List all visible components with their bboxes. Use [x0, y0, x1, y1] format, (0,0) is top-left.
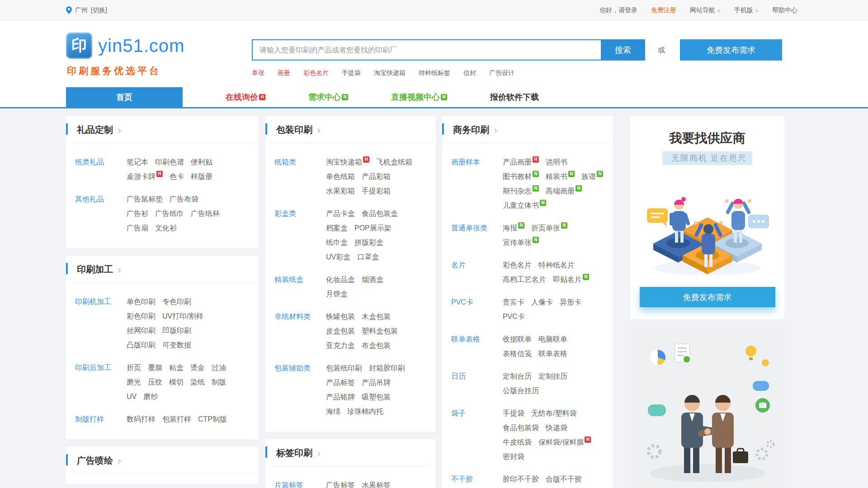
- product-link[interactable]: 族谱N: [581, 173, 603, 180]
- product-link[interactable]: UV彩盒: [326, 253, 350, 261]
- hot-keyword[interactable]: 单张: [252, 69, 264, 77]
- product-link[interactable]: 样版册: [191, 173, 212, 180]
- product-link[interactable]: 磨纱: [143, 393, 158, 400]
- nav-item-需求中心[interactable]: 需求中心N: [308, 87, 348, 107]
- product-link[interactable]: 制版: [212, 378, 226, 386]
- product-link[interactable]: 广告纸杯: [191, 210, 220, 217]
- hot-keyword[interactable]: 彩色名片: [303, 69, 329, 77]
- product-link[interactable]: 单色纸箱: [326, 173, 355, 180]
- product-link[interactable]: 特种纸名片: [538, 261, 575, 269]
- mobile-version-link[interactable]: 手机版∨: [734, 6, 759, 14]
- nav-tab-home[interactable]: 首页: [66, 87, 183, 107]
- product-link[interactable]: 食品包装盒: [362, 210, 398, 217]
- product-link[interactable]: 产品卡盒: [326, 210, 355, 217]
- product-link[interactable]: 压纹: [148, 378, 162, 386]
- login-link[interactable]: 你好，请登录: [599, 6, 637, 14]
- section-title-row[interactable]: 礼品定制›: [66, 116, 259, 143]
- product-link[interactable]: 档案盒: [326, 224, 348, 232]
- product-link[interactable]: 广告扇: [127, 224, 148, 232]
- product-link[interactable]: 人像卡: [531, 298, 553, 306]
- category-label[interactable]: 非纸材料类: [274, 310, 326, 353]
- product-link[interactable]: 封箱胶印刷: [369, 364, 405, 372]
- product-link[interactable]: 飞机盒纸箱: [376, 158, 412, 166]
- publish-demand-button[interactable]: 免费发布需求: [680, 39, 782, 61]
- product-link[interactable]: 凸版印刷: [127, 341, 156, 349]
- product-link[interactable]: 即贴名片N: [553, 276, 589, 283]
- category-label[interactable]: 包装辅助类: [274, 361, 326, 419]
- product-link[interactable]: 水果彩箱: [326, 187, 355, 195]
- product-link[interactable]: 联单表格: [538, 350, 567, 357]
- site-nav-link[interactable]: 网站导航∨: [690, 6, 721, 14]
- search-input[interactable]: [252, 39, 601, 61]
- product-link[interactable]: 期刊杂志N: [503, 187, 539, 195]
- product-link[interactable]: 广告标签: [326, 481, 355, 488]
- category-label[interactable]: 彩盒类: [274, 206, 326, 264]
- product-link[interactable]: 产品彩箱: [362, 173, 391, 180]
- product-link[interactable]: 模切: [169, 378, 184, 386]
- product-link[interactable]: 桌游卡牌H: [127, 173, 163, 180]
- nav-item-在线询价[interactable]: 在线询价H: [226, 87, 265, 107]
- product-link[interactable]: 儿童立体书N: [503, 202, 546, 209]
- product-link[interactable]: 彩色名片: [503, 261, 532, 269]
- category-label[interactable]: 名片: [451, 258, 503, 287]
- product-link[interactable]: 手提袋: [503, 409, 524, 417]
- product-link[interactable]: 烟酒盒: [362, 276, 383, 283]
- category-label[interactable]: 印刷后加工: [75, 361, 127, 404]
- product-link[interactable]: 木盒包装: [362, 313, 391, 320]
- product-link[interactable]: 定制挂历: [538, 372, 567, 380]
- product-link[interactable]: 纸巾盒: [326, 239, 348, 246]
- product-link[interactable]: 拼版彩盒: [354, 239, 383, 246]
- switch-city-link[interactable]: [切换]: [91, 6, 107, 14]
- product-link[interactable]: 电脑联单: [538, 335, 567, 343]
- product-link[interactable]: 无纺布/塑料袋: [531, 409, 576, 417]
- product-link[interactable]: 包装纸印刷: [326, 364, 362, 372]
- product-link[interactable]: 说明书: [546, 158, 567, 166]
- product-link[interactable]: 收据联单: [503, 335, 532, 343]
- category-label[interactable]: 其他礼品: [75, 192, 127, 235]
- hot-keyword[interactable]: 淘宝快递箱: [374, 69, 406, 77]
- category-label[interactable]: 印刷机加工: [75, 295, 127, 352]
- product-link[interactable]: 高档工艺名片: [503, 276, 546, 283]
- product-link[interactable]: 宣传单张N: [503, 239, 539, 246]
- product-link[interactable]: 贵宾卡: [503, 298, 524, 306]
- product-link[interactable]: 布盒包装: [362, 342, 391, 349]
- nav-item-直播视频中心[interactable]: 直播视频中心N: [391, 87, 447, 107]
- product-link[interactable]: 海报N: [503, 224, 524, 232]
- product-link[interactable]: 密封袋: [503, 453, 524, 460]
- product-link[interactable]: 凹版印刷: [162, 327, 191, 334]
- product-link[interactable]: 塑料盒包装: [362, 327, 398, 335]
- product-link[interactable]: 定制台历: [503, 372, 532, 380]
- section-title-row[interactable]: 广告喷绘›: [66, 447, 259, 474]
- category-label[interactable]: PVC卡: [451, 295, 503, 324]
- product-link[interactable]: 精装书N: [546, 173, 575, 180]
- product-link[interactable]: 广告布袋: [170, 195, 198, 203]
- product-link[interactable]: 专色印刷: [162, 298, 191, 305]
- product-link[interactable]: 产品标签: [326, 379, 355, 386]
- product-link[interactable]: 数码打样: [127, 415, 156, 423]
- product-link[interactable]: 单色印刷: [127, 298, 156, 305]
- product-link[interactable]: 色卡: [170, 173, 184, 180]
- product-link[interactable]: 可变数据: [162, 341, 191, 349]
- hot-keyword[interactable]: 广告设计: [489, 69, 514, 77]
- product-link[interactable]: 便利贴: [191, 158, 212, 166]
- product-link[interactable]: UV: [127, 393, 137, 400]
- register-link[interactable]: 免费注册: [651, 6, 676, 14]
- product-link[interactable]: 高端画册N: [546, 187, 582, 195]
- section-title-row[interactable]: 印刷加工›: [66, 256, 259, 282]
- category-label[interactable]: 普通单张类: [451, 221, 503, 250]
- product-link[interactable]: 文化衫: [155, 224, 177, 232]
- category-label[interactable]: 精装纸盒: [274, 272, 326, 301]
- product-link[interactable]: 铁罐包装: [326, 313, 355, 320]
- product-link[interactable]: 折页单张N: [531, 224, 567, 232]
- product-link[interactable]: 异形卡: [560, 298, 581, 306]
- hot-keyword[interactable]: 特种纸标签: [419, 69, 450, 77]
- product-link[interactable]: 牛皮纸袋: [503, 438, 532, 446]
- product-link[interactable]: 食品包装袋: [503, 424, 539, 432]
- product-link[interactable]: 珍珠棉内托: [347, 408, 383, 415]
- category-label[interactable]: 不干胶: [451, 472, 503, 488]
- hot-keyword[interactable]: 信封: [463, 69, 476, 77]
- product-link[interactable]: 彩色印刷: [127, 312, 156, 320]
- product-link[interactable]: 水果标签: [362, 481, 391, 488]
- product-link[interactable]: 手提彩箱: [362, 187, 391, 195]
- product-link[interactable]: 印刷色谱: [155, 158, 184, 166]
